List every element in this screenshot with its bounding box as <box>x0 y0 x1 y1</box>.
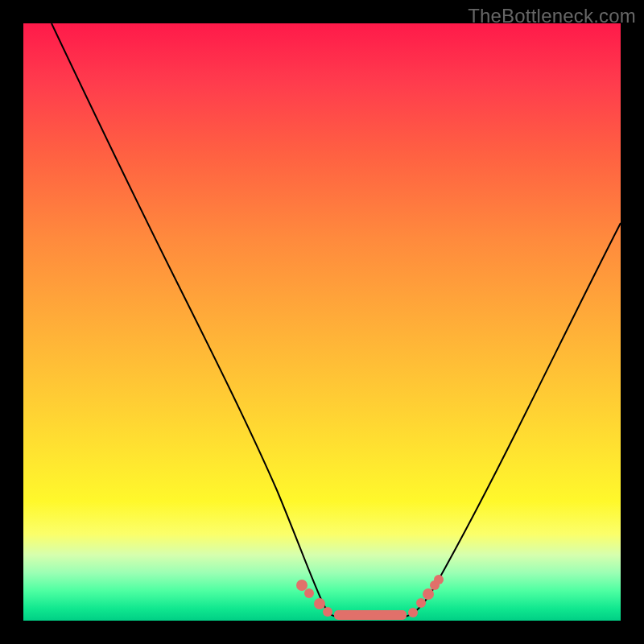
bead-left-4 <box>323 607 332 617</box>
bead-right-5 <box>434 575 444 584</box>
chart-svg <box>23 23 621 621</box>
watermark-label: TheBottleneck.com <box>468 5 636 27</box>
chart-plot-area <box>23 23 621 621</box>
curve-left-arm <box>52 23 336 617</box>
bead-left-2 <box>304 588 314 598</box>
bead-right-2 <box>416 598 426 608</box>
bead-bottom-bar <box>334 610 407 620</box>
curve-right-arm <box>405 223 621 617</box>
bead-right-3 <box>423 588 434 600</box>
bead-right-1 <box>408 608 418 617</box>
bead-left-1 <box>296 580 308 591</box>
bead-left-3 <box>314 598 325 609</box>
